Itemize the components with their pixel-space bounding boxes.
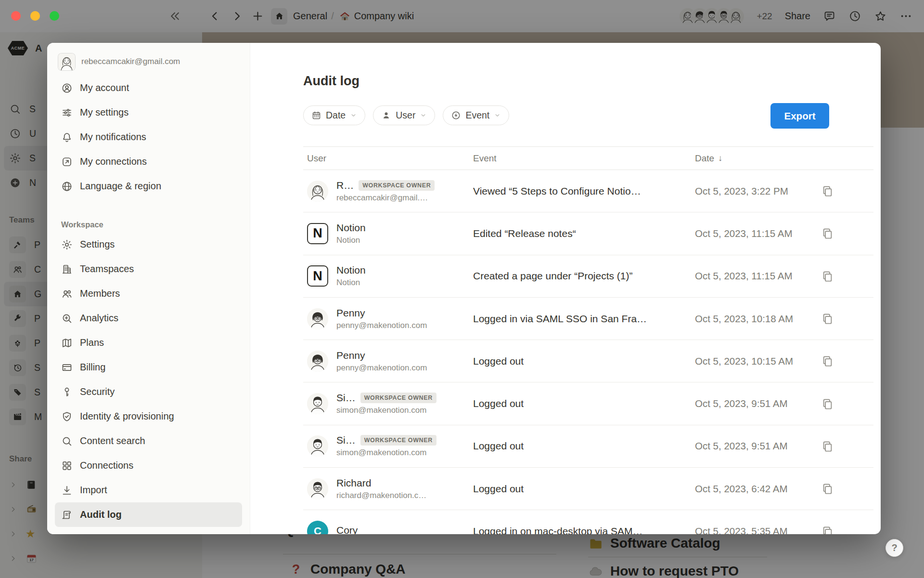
- date-cell: Oct 5, 2023, 9:51 AM: [695, 398, 820, 409]
- settings-nav-label: Billing: [80, 362, 105, 373]
- copy-icon[interactable]: [821, 184, 834, 197]
- audit-log-row[interactable]: Si…WORKSPACE OWNERsimon@makenotion.comLo…: [303, 425, 873, 468]
- header-date[interactable]: Date↓: [695, 153, 820, 164]
- magnifier-icon: [61, 435, 73, 447]
- user-info: Si…WORKSPACE OWNERsimon@makenotion.com: [336, 434, 436, 458]
- settings-nav-content-search[interactable]: Content search: [55, 429, 242, 453]
- shield-check-icon: [61, 411, 73, 422]
- settings-nav-billing[interactable]: Billing: [55, 355, 242, 380]
- notion-letter: N: [313, 226, 322, 241]
- filter-event-button[interactable]: Event: [443, 105, 509, 125]
- arrow-up-right-box-icon: [61, 156, 73, 168]
- event-cell: Logged in on mac-desktop via SAM…: [473, 525, 695, 534]
- event-cell: Viewed “5 Steps to Configure Notio…: [473, 185, 695, 197]
- user-cell: Si…WORKSPACE OWNERsimon@makenotion.com: [303, 392, 473, 415]
- settings-nav-connections[interactable]: Connections: [55, 453, 242, 478]
- minimize-button[interactable]: [30, 11, 40, 21]
- notion-logo-avatar: N: [307, 265, 328, 287]
- settings-sidebar: rebeccamcakir@gmail.com My accountMy set…: [47, 43, 250, 534]
- filter-label: Event: [465, 110, 489, 121]
- event-cell: Logged out: [473, 355, 695, 367]
- settings-nav-identity-provisioning[interactable]: Identity & provisioning: [55, 404, 242, 429]
- filter-user-button[interactable]: User: [373, 105, 435, 125]
- settings-nav-members[interactable]: Members: [55, 281, 242, 306]
- user-info: NotionNotion: [336, 264, 366, 288]
- settings-nav-my-connections[interactable]: My connections: [55, 149, 242, 174]
- user-info: Cory: [336, 525, 358, 534]
- import-icon: [61, 485, 73, 496]
- copy-icon[interactable]: [821, 482, 834, 495]
- settings-nav-analytics[interactable]: Analytics: [55, 306, 242, 330]
- copy-icon[interactable]: [821, 312, 834, 325]
- copy-icon[interactable]: [821, 270, 834, 283]
- date-cell: Oct 5, 2023, 11:15 AM: [695, 228, 820, 239]
- date-cell: Oct 5, 2023, 10:15 AM: [695, 355, 820, 367]
- copy-cell: [820, 397, 873, 410]
- user-sketch-avatar: [307, 308, 328, 329]
- audit-table: User Event Date↓ R…WORKSPACE OWNERrebecc…: [303, 146, 873, 534]
- user-sketch-avatar: [307, 393, 328, 414]
- audit-log-row[interactable]: Si…WORKSPACE OWNERsimon@makenotion.comLo…: [303, 382, 873, 425]
- settings-nav-label: Settings: [80, 239, 115, 250]
- sliders-icon: [61, 107, 73, 118]
- settings-nav-label: My settings: [80, 107, 128, 118]
- audit-log-row[interactable]: R…WORKSPACE OWNERrebeccamcakir@gmail.…Vi…: [303, 170, 873, 212]
- copy-cell: [820, 184, 873, 197]
- settings-nav-label: Analytics: [80, 313, 118, 324]
- workspace-owner-badge: WORKSPACE OWNER: [359, 180, 435, 191]
- settings-nav-label: Teamspaces: [80, 263, 134, 275]
- people-icon: [61, 288, 73, 300]
- user-info: Richardrichard@makenotion.c…: [336, 477, 426, 500]
- settings-nav-label: Language & region: [80, 181, 161, 192]
- workspace-owner-badge: WORKSPACE OWNER: [360, 435, 436, 446]
- audit-log-row[interactable]: CCoryLogged in on mac-desktop via SAM…Oc…: [303, 510, 873, 534]
- copy-icon[interactable]: [821, 355, 834, 368]
- account-header: rebeccamcakir@gmail.com: [55, 51, 242, 73]
- user-email: penny@makenotion.com: [336, 321, 427, 330]
- date-cell: Oct 5, 2023, 10:18 AM: [695, 313, 820, 325]
- audit-log-row[interactable]: NNotionNotionEdited “Release notes“Oct 5…: [303, 212, 873, 255]
- close-button[interactable]: [11, 11, 21, 21]
- user-email: Notion: [336, 236, 366, 245]
- copy-cell: [820, 482, 873, 495]
- copy-icon[interactable]: [821, 397, 834, 410]
- settings-nav-my-settings[interactable]: My settings: [55, 100, 242, 125]
- user-name-row: Notion: [336, 222, 366, 234]
- user-name: Cory: [336, 525, 358, 534]
- user-info: Si…WORKSPACE OWNERsimon@makenotion.com: [336, 392, 436, 415]
- copy-icon[interactable]: [821, 525, 834, 534]
- user-cell: R…WORKSPACE OWNERrebeccamcakir@gmail.…: [303, 180, 473, 203]
- settings-nav-label: Security: [80, 386, 115, 397]
- event-cell: Logged out: [473, 398, 695, 409]
- user-name: R…: [336, 180, 354, 191]
- settings-nav-import[interactable]: Import: [55, 478, 242, 502]
- user-cell: Si…WORKSPACE OWNERsimon@makenotion.com: [303, 434, 473, 458]
- settings-nav-audit-log[interactable]: Audit log: [55, 502, 242, 527]
- settings-nav-plans[interactable]: Plans: [55, 330, 242, 355]
- filter-date-button[interactable]: Date: [303, 105, 365, 125]
- settings-nav-my-account[interactable]: My account: [55, 76, 242, 100]
- help-button[interactable]: ?: [886, 539, 903, 557]
- account-email: rebeccamcakir@gmail.com: [81, 57, 180, 66]
- user-sketch-avatar: [307, 181, 328, 202]
- settings-nav-label: My connections: [80, 156, 147, 167]
- settings-nav-teamspaces[interactable]: Teamspaces: [55, 257, 242, 281]
- settings-nav-settings[interactable]: Settings: [55, 232, 242, 257]
- audit-log-row[interactable]: Pennypenny@makenotion.comLogged in via S…: [303, 298, 873, 340]
- user-info: Pennypenny@makenotion.com: [336, 350, 427, 373]
- settings-nav-language-region[interactable]: Language & region: [55, 174, 242, 198]
- copy-icon[interactable]: [821, 440, 834, 453]
- settings-nav-security[interactable]: Security: [55, 380, 242, 404]
- grid-icon: [61, 460, 73, 472]
- copy-icon[interactable]: [821, 227, 834, 240]
- zoom-button[interactable]: [50, 11, 59, 21]
- key-icon: [61, 386, 73, 398]
- audit-log-row[interactable]: Pennypenny@makenotion.comLogged outOct 5…: [303, 340, 873, 382]
- audit-log-row[interactable]: NNotionNotionCreated a page under “Proje…: [303, 255, 873, 298]
- window-controls: [11, 11, 59, 21]
- audit-log-row[interactable]: Richardrichard@makenotion.c…Logged outOc…: [303, 468, 873, 510]
- user-cell: NNotionNotion: [303, 264, 473, 288]
- export-button[interactable]: Export: [770, 103, 829, 129]
- user-letter-avatar: C: [307, 521, 328, 534]
- settings-nav-my-notifications[interactable]: My notifications: [55, 125, 242, 149]
